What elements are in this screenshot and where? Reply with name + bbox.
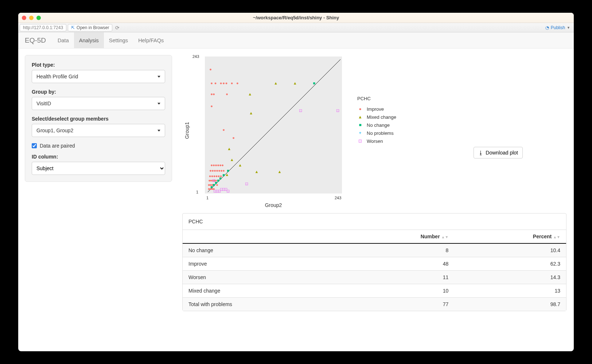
data-point: ▲	[230, 158, 234, 162]
legend-item: ▲Mixed change	[357, 113, 396, 121]
idcol-select[interactable]: Subject	[32, 162, 165, 175]
data-point: ●	[210, 81, 213, 85]
col-number[interactable]: Number▲▼	[341, 230, 454, 244]
legend-label: No change	[367, 122, 390, 128]
y-axis-label: Group1	[184, 122, 190, 139]
refresh-icon[interactable]: ⟳	[115, 25, 120, 31]
data-point: ■	[227, 169, 229, 173]
open-in-browser-button[interactable]: ⇱ Open in Browser	[68, 24, 112, 31]
pchc-table: Number▲▼ Percent▲▼ No change810.4Improve…	[183, 230, 566, 311]
data-point: ▲	[238, 163, 242, 167]
content: Plot type: Health Profile Grid Group by:…	[18, 48, 574, 351]
data-point: ●	[226, 92, 228, 96]
brand: EQ-5D	[25, 32, 46, 48]
legend-title: PCHC	[357, 96, 396, 101]
data-point: ■	[213, 183, 215, 187]
main-pane: Group1 1 243 1 243 ●●●●●●●●●●●●●●●●●●●●●…	[179, 48, 574, 351]
data-point: ■	[222, 173, 225, 177]
data-point: ■	[217, 179, 219, 183]
plot-type-select[interactable]: Health Profile Grid	[32, 70, 165, 83]
members-label: Select/deselect group members	[32, 116, 165, 122]
tab-data[interactable]: Data	[52, 32, 74, 48]
row-number: 11	[341, 271, 454, 284]
data-point: ●	[210, 104, 213, 108]
data-point: ⊡	[226, 189, 230, 193]
pchc-table-card: PCHC Number▲▼ Percent▲▼ No change810.4Im…	[182, 213, 566, 311]
legend-swatch-icon: ⊡	[357, 138, 363, 144]
minimize-icon[interactable]	[29, 16, 34, 20]
legend-label: No problems	[367, 130, 394, 136]
sidebar: Plot type: Health Profile Grid Group by:…	[18, 48, 179, 351]
plot-row: Group1 1 243 1 243 ●●●●●●●●●●●●●●●●●●●●●…	[182, 52, 566, 209]
plot-type-group: Plot type: Health Profile Grid	[32, 62, 165, 83]
table-row: No change810.4	[183, 243, 566, 257]
row-percent: 14.3	[454, 271, 566, 284]
members-select[interactable]: Group1, Group2	[32, 124, 165, 137]
data-point: ■	[313, 81, 315, 85]
table-row: Worsen1114.3	[183, 271, 566, 284]
data-point: ▲	[227, 147, 231, 151]
download-plot-button[interactable]: ⭳ Download plot	[474, 147, 523, 158]
caret-icon	[157, 76, 160, 78]
chevron-down-icon: ▼	[567, 26, 570, 30]
controls-panel: Plot type: Health Profile Grid Group by:…	[25, 55, 172, 182]
data-point: ●	[236, 81, 239, 85]
download-icon: ⭳	[478, 150, 483, 156]
data-point: ⊡	[212, 179, 215, 183]
y-tick-min: 1	[196, 190, 198, 194]
tab-help[interactable]: Help/FAQs	[133, 32, 169, 48]
data-point: ▲	[274, 81, 278, 85]
idcol-group: ID column: Subject	[32, 154, 165, 175]
paired-checkbox[interactable]	[32, 143, 37, 148]
publish-label: Publish	[551, 25, 565, 30]
data-point: ●	[222, 169, 225, 173]
data-point: ▲	[278, 170, 282, 174]
y-tick-max: 243	[192, 54, 199, 59]
data-point: ●	[221, 163, 224, 167]
col-blank[interactable]	[183, 230, 341, 244]
data-point: ●	[222, 128, 225, 132]
data-point: ●	[222, 81, 225, 85]
table-row: Total with problems7798.7	[183, 298, 566, 311]
row-percent: 62.3	[454, 257, 566, 271]
url-field[interactable]: http://127.0.0.1:7243	[20, 24, 66, 31]
tab-settings[interactable]: Settings	[104, 32, 133, 48]
download-col: ⭳ Download plot	[474, 147, 523, 158]
legend-item: +No problems	[357, 129, 396, 137]
sort-icon: ▲▼	[441, 236, 449, 238]
data-point: ●	[214, 81, 217, 85]
group-by-label: Group by:	[32, 89, 165, 95]
legend-swatch-icon: ▲	[357, 114, 363, 120]
legend-label: Worsen	[367, 138, 383, 144]
data-point: ●	[213, 92, 215, 96]
maximize-icon[interactable]	[36, 16, 41, 20]
table-row: Mixed change1013	[183, 284, 566, 298]
data-point: ●	[220, 81, 222, 85]
group-by-select[interactable]: VisitID	[32, 97, 165, 110]
publish-button[interactable]: ◔ Publish ▼	[545, 25, 570, 30]
members-value: Group1, Group2	[36, 128, 73, 133]
x-tick-min: 1	[206, 196, 209, 200]
tab-analysis[interactable]: Analysis	[74, 32, 104, 48]
caret-icon	[157, 130, 160, 132]
row-label: Mixed change	[183, 284, 341, 298]
row-label: Improve	[183, 257, 341, 271]
row-percent: 13	[454, 284, 566, 298]
col-percent[interactable]: Percent▲▼	[454, 230, 566, 244]
data-point: ■	[219, 176, 222, 180]
app-window: ~/workspace/R/eq5d/inst/shiny - Shiny ht…	[18, 13, 574, 351]
globe-icon: ⇱	[71, 25, 75, 30]
row-percent: 98.7	[454, 298, 566, 311]
table-row: Improve4862.3	[183, 257, 566, 271]
legend-swatch-icon: ■	[357, 122, 363, 128]
row-percent: 10.4	[454, 243, 566, 257]
paired-checkbox-row: Data are paired	[32, 143, 165, 149]
paired-label: Data are paired	[40, 143, 75, 149]
data-point: ●	[225, 81, 228, 85]
caret-icon	[157, 103, 160, 105]
data-point: ●	[232, 136, 235, 140]
close-icon[interactable]	[22, 16, 26, 20]
x-axis-label: Group2	[204, 202, 343, 208]
data-point: ▲	[293, 81, 297, 85]
legend-swatch-icon: +	[357, 130, 363, 136]
